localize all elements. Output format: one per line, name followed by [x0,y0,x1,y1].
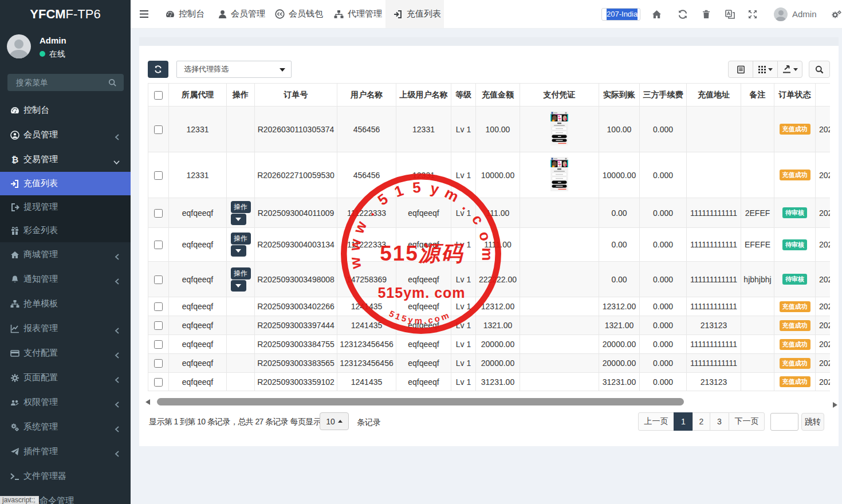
svg-text:.: . [459,198,474,213]
svg-text:515ym. com: 515ym. com [377,285,465,301]
svg-text:5: 5 [375,190,391,209]
svg-text:c: c [469,211,487,227]
svg-text:₿: ₿ [11,155,18,164]
svg-text:w: w [346,255,365,270]
svg-text:1: 1 [392,182,406,200]
svg-text:m: m [479,247,496,261]
svg-text:5: 5 [412,179,421,196]
svg-text:w: w [346,238,365,253]
svg-text:o: o [475,230,494,243]
svg-text:515源码: 515源码 [380,242,464,265]
svg-text:5 1 5 y m . c o m: 5 1 5 y m . c o m [388,308,450,325]
svg-text:y: y [429,179,441,198]
svg-text:.: . [361,205,377,219]
